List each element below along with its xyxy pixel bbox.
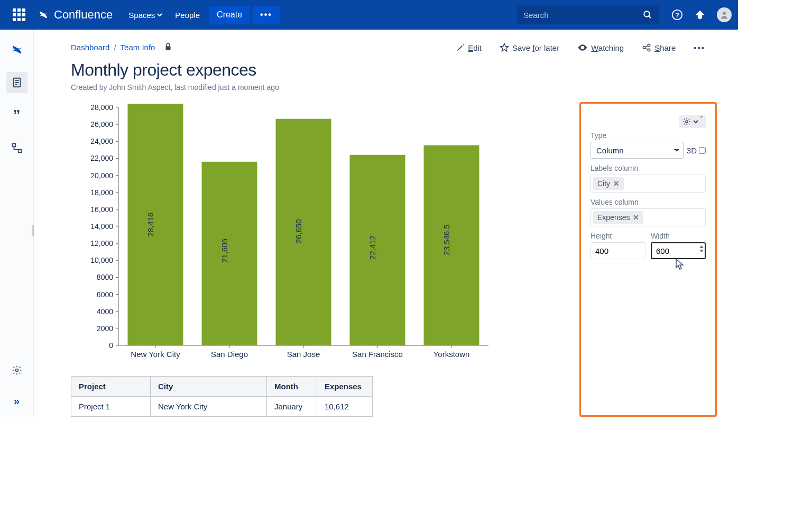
page-meta: Created by John Smith Aspect, last modif… xyxy=(71,83,717,92)
remove-tag-icon[interactable]: ✕ xyxy=(633,213,639,222)
column-chart: 0200040006000800010,00012,00014,00016,00… xyxy=(71,102,494,367)
mouse-cursor-icon xyxy=(675,258,686,271)
width-input[interactable] xyxy=(651,242,706,259)
svg-text:4000: 4000 xyxy=(97,307,113,316)
svg-rect-66 xyxy=(424,145,479,345)
svg-rect-9 xyxy=(12,144,15,147)
svg-text:2000: 2000 xyxy=(97,324,113,333)
sidebar-pages-icon[interactable] xyxy=(6,72,27,93)
watching-button[interactable]: Watching xyxy=(577,42,624,53)
search-box[interactable] xyxy=(517,5,659,24)
spaces-menu[interactable]: Spaces xyxy=(122,6,169,24)
svg-text:0: 0 xyxy=(109,341,113,350)
chevron-down-icon xyxy=(157,13,162,16)
sidebar-space-icon[interactable] xyxy=(6,39,27,60)
main-content: || Dashboard / Team Info Edit Save for l… xyxy=(34,30,738,417)
share-icon xyxy=(642,43,651,52)
more-menu-button[interactable]: ••• xyxy=(253,6,280,24)
svg-point-12 xyxy=(582,47,584,48)
chevron-down-icon xyxy=(693,119,698,124)
svg-point-0 xyxy=(644,11,650,17)
confluence-logo[interactable]: Confluence xyxy=(37,8,113,22)
search-icon xyxy=(643,10,652,20)
product-name: Confluence xyxy=(54,8,113,22)
svg-text:18,000: 18,000 xyxy=(90,188,113,197)
svg-text:?: ? xyxy=(675,11,679,19)
svg-text:26,000: 26,000 xyxy=(90,120,113,129)
user-avatar[interactable] xyxy=(717,7,732,22)
svg-text:28,000: 28,000 xyxy=(90,103,113,112)
svg-rect-58 xyxy=(276,119,331,345)
top-nav: Confluence Spaces People Create ••• ? xyxy=(0,0,738,30)
values-column-input[interactable]: Expenses ✕ xyxy=(590,208,706,226)
3d-checkbox[interactable] xyxy=(699,147,706,154)
table-header: Expenses xyxy=(317,377,373,397)
table-header: City xyxy=(151,377,267,397)
svg-text:New York City: New York City xyxy=(131,350,180,359)
svg-text:Yorkstown: Yorkstown xyxy=(433,350,470,359)
svg-text:San Jose: San Jose xyxy=(287,350,320,359)
sidebar-expand-icon[interactable]: » xyxy=(6,390,27,412)
create-button[interactable]: Create xyxy=(209,6,250,24)
svg-text:6000: 6000 xyxy=(97,290,113,299)
table-header: Month xyxy=(267,377,317,397)
svg-line-16 xyxy=(645,46,648,47)
type-select[interactable]: Column xyxy=(590,142,684,159)
breadcrumb-dashboard[interactable]: Dashboard xyxy=(71,43,109,52)
people-link[interactable]: People xyxy=(169,6,206,24)
svg-point-15 xyxy=(648,49,650,51)
svg-line-17 xyxy=(645,48,648,49)
labels-column-label: Labels column xyxy=(590,164,706,172)
table-row: Project 1New York CityJanuary10,612 xyxy=(71,397,373,417)
gear-icon xyxy=(682,117,691,126)
edit-button[interactable]: Edit xyxy=(456,43,482,52)
svg-text:26,650: 26,650 xyxy=(294,219,303,243)
left-sidebar: ” » xyxy=(0,30,34,417)
page-title: Monthly project expences xyxy=(71,60,717,80)
values-column-tag: Expenses ✕ xyxy=(593,211,643,224)
labels-column-tag: City ✕ xyxy=(593,177,624,190)
svg-text:20,000: 20,000 xyxy=(90,171,113,180)
labels-column-input[interactable]: City ✕ xyxy=(590,175,706,193)
svg-point-13 xyxy=(643,47,645,49)
breadcrumb-space[interactable]: Team Info xyxy=(121,43,155,52)
sidebar-blog-icon[interactable]: ” xyxy=(6,105,27,126)
svg-text:12,000: 12,000 xyxy=(90,239,113,248)
more-actions-button[interactable]: ••• xyxy=(694,43,705,52)
sidebar-tree-icon[interactable] xyxy=(6,138,27,159)
sidebar-settings-icon[interactable] xyxy=(6,360,27,381)
share-button[interactable]: Share xyxy=(642,43,676,52)
svg-text:14,000: 14,000 xyxy=(90,222,113,231)
svg-text:23,546.5: 23,546.5 xyxy=(442,224,451,255)
values-column-label: Values column xyxy=(590,198,706,206)
panel-settings-button[interactable]: * xyxy=(679,115,706,128)
svg-text:San Diego: San Diego xyxy=(211,350,248,359)
svg-point-70 xyxy=(686,121,688,123)
3d-checkbox-label[interactable]: 3D xyxy=(687,146,706,155)
remove-tag-icon[interactable]: ✕ xyxy=(613,179,620,188)
svg-rect-62 xyxy=(350,155,405,345)
star-icon xyxy=(500,43,509,52)
help-icon[interactable]: ? xyxy=(671,9,683,21)
svg-point-14 xyxy=(648,44,650,47)
eye-icon xyxy=(577,42,588,53)
svg-point-11 xyxy=(15,369,18,372)
lock-icon[interactable] xyxy=(163,42,173,52)
width-label: Width xyxy=(651,232,706,240)
pencil-icon xyxy=(456,43,465,52)
search-input[interactable] xyxy=(523,11,643,20)
svg-text:28,416: 28,416 xyxy=(146,213,155,237)
table-header: Project xyxy=(71,377,151,397)
apps-icon[interactable] xyxy=(13,8,25,21)
sidebar-drag-handle[interactable]: || xyxy=(31,223,33,234)
svg-text:16,000: 16,000 xyxy=(90,205,113,214)
svg-point-4 xyxy=(723,12,726,15)
height-input[interactable] xyxy=(590,242,645,259)
width-decrement[interactable] xyxy=(699,250,704,252)
width-increment[interactable] xyxy=(699,245,704,248)
svg-rect-10 xyxy=(18,150,21,153)
svg-text:24,000: 24,000 xyxy=(90,137,113,145)
notifications-icon[interactable] xyxy=(695,10,705,20)
confluence-icon xyxy=(37,8,50,21)
save-for-later-button[interactable]: Save for later xyxy=(500,43,559,52)
